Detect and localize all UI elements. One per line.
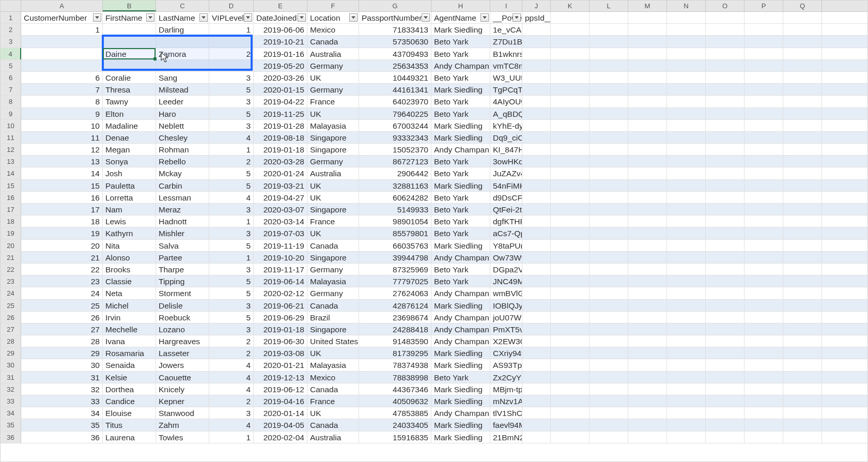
cell[interactable] <box>628 180 667 191</box>
cell[interactable] <box>628 264 667 275</box>
cell[interactable] <box>551 192 590 203</box>
cell[interactable]: 29 <box>21 347 103 359</box>
cell[interactable]: 64023970 <box>359 96 431 107</box>
cell[interactable]: 3 <box>209 227 254 239</box>
column-header-Q[interactable]: Q <box>783 1 822 11</box>
cell[interactable] <box>783 372 822 383</box>
cell[interactable]: 42876124 <box>359 300 431 311</box>
cell[interactable]: 2019-01-28 <box>254 120 307 131</box>
filter-dropdown-icon[interactable] <box>146 13 154 22</box>
cell[interactable]: UK <box>307 108 359 119</box>
cell[interactable]: Mechelle <box>103 324 156 335</box>
cell[interactable]: Madaline <box>103 120 156 131</box>
cell[interactable]: Carbin <box>156 180 209 191</box>
cell[interactable] <box>628 287 667 299</box>
cell[interactable] <box>628 335 667 347</box>
row-header[interactable]: 9 <box>1 108 21 119</box>
cell[interactable] <box>551 359 590 371</box>
column-header-J[interactable]: J <box>522 1 551 11</box>
row-header[interactable]: 28 <box>1 335 21 347</box>
cell[interactable]: 23698674 <box>359 312 431 323</box>
cell[interactable]: 32 <box>21 383 103 395</box>
cell[interactable] <box>628 60 667 71</box>
cell[interactable] <box>522 48 551 59</box>
cell[interactable]: 1 <box>209 215 254 227</box>
cell[interactable]: 2020-03-26 <box>254 72 307 83</box>
column-title[interactable]: DateJoined <box>254 12 307 23</box>
column-header-N[interactable]: N <box>667 1 706 11</box>
cell[interactable]: 2 <box>209 156 254 167</box>
cell[interactable]: 77797025 <box>359 275 431 287</box>
cell[interactable] <box>706 395 745 407</box>
cell[interactable]: Andy Champan <box>431 144 490 155</box>
cell[interactable] <box>667 395 706 407</box>
cell[interactable] <box>522 60 551 71</box>
cell[interactable]: MBjm-tpijVo <box>490 383 522 395</box>
cell[interactable]: Australia <box>307 432 359 443</box>
cell[interactable]: 71833413 <box>359 24 431 35</box>
cell[interactable] <box>551 84 590 95</box>
cell[interactable] <box>706 215 745 227</box>
column-title[interactable] <box>551 12 590 23</box>
cell[interactable] <box>706 60 745 71</box>
cell[interactable] <box>745 24 783 35</box>
cell[interactable]: Singapore <box>307 132 359 143</box>
cell[interactable] <box>628 48 667 59</box>
row-header[interactable]: 30 <box>1 359 21 371</box>
cell[interactable]: Canada <box>307 36 359 47</box>
cell[interactable] <box>745 287 783 299</box>
cell[interactable] <box>522 372 551 383</box>
cell[interactable] <box>783 72 822 83</box>
cell[interactable]: 2020-03-14 <box>254 215 307 227</box>
cell[interactable]: 3 <box>209 264 254 275</box>
cell[interactable]: UK <box>307 180 359 191</box>
cell[interactable]: Candice <box>103 395 156 407</box>
cell[interactable]: Pauletta <box>103 180 156 191</box>
cell[interactable] <box>551 287 590 299</box>
cell[interactable]: 5 <box>209 240 254 251</box>
column-title[interactable]: PassportNumber <box>359 12 431 23</box>
filter-dropdown-icon[interactable] <box>513 13 521 22</box>
cell[interactable] <box>667 407 706 419</box>
cell[interactable]: Andy Champan <box>431 60 490 71</box>
filter-dropdown-icon[interactable] <box>298 13 306 22</box>
filter-dropdown-icon[interactable] <box>481 13 489 22</box>
cell[interactable]: 17 <box>21 204 103 215</box>
cell[interactable]: Mark Siedling <box>431 132 490 143</box>
cell[interactable] <box>551 72 590 83</box>
cell[interactable]: Beto Yark <box>431 36 490 47</box>
cell[interactable]: 78374938 <box>359 359 431 371</box>
cell[interactable] <box>551 48 590 59</box>
cell[interactable] <box>522 24 551 35</box>
cell[interactable] <box>522 144 551 155</box>
cell[interactable]: UK <box>307 347 359 359</box>
cell[interactable]: CXriy94vHvE <box>490 347 522 359</box>
cell[interactable]: Mark Siedling <box>431 359 490 371</box>
cell[interactable] <box>745 383 783 395</box>
cell[interactable] <box>745 324 783 335</box>
cell[interactable] <box>745 120 783 131</box>
cell[interactable] <box>783 84 822 95</box>
cell[interactable]: 21 <box>21 252 103 263</box>
cell[interactable]: 43709493 <box>359 48 431 59</box>
filter-dropdown-icon[interactable] <box>93 13 101 22</box>
cell[interactable] <box>628 84 667 95</box>
cell[interactable] <box>590 108 628 119</box>
cell[interactable]: Mark Siedling <box>431 84 490 95</box>
cell[interactable] <box>667 60 706 71</box>
cell[interactable]: Canada <box>307 419 359 430</box>
cell[interactable] <box>590 204 628 215</box>
cell[interactable]: 2020-01-14 <box>254 407 307 419</box>
cell[interactable]: Denae <box>103 132 156 143</box>
cell[interactable] <box>551 395 590 407</box>
cell[interactable]: Beto Yark <box>431 167 490 179</box>
cell[interactable] <box>628 108 667 119</box>
cell[interactable]: Beto Yark <box>431 275 490 287</box>
cell[interactable]: Lasseter <box>156 347 209 359</box>
cell[interactable] <box>590 215 628 227</box>
cell[interactable]: 2019-06-30 <box>254 335 307 347</box>
cell[interactable]: Andy Champan <box>431 287 490 299</box>
cell[interactable] <box>783 432 822 443</box>
cell[interactable] <box>522 156 551 167</box>
cell[interactable] <box>590 359 628 371</box>
